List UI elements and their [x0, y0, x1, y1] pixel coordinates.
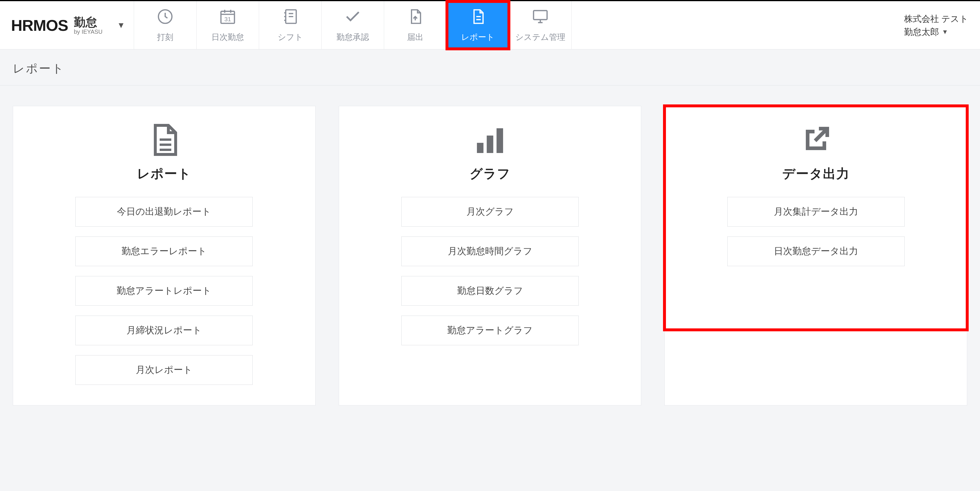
logo-sub-big: 勤怠	[74, 16, 103, 29]
page-title-wrap: レポート	[0, 49, 980, 86]
link-daily-data-export[interactable]: 日次勤怠データ出力	[727, 236, 905, 266]
card-links: 月次集計データ出力 日次勤怠データ出力	[676, 197, 955, 266]
card-links: 月次グラフ 月次勤怠時間グラフ 勤怠日数グラフ 勤怠アラートグラフ	[351, 197, 630, 345]
link-monthly-summary-export[interactable]: 月次集計データ出力	[727, 197, 905, 226]
bar-chart-icon	[473, 123, 508, 159]
clock-icon	[156, 8, 174, 28]
nav-label: 日次勤怠	[212, 32, 244, 43]
svg-text:31: 31	[224, 16, 231, 22]
nav-item-approval[interactable]: 勤怠承認	[321, 1, 384, 49]
file-icon	[469, 8, 487, 28]
logo-text: HRMOS	[11, 16, 68, 34]
nav: 打刻 31 日次勤怠 シフト 勤怠承認 届出	[134, 1, 892, 49]
card-report: レポート 今日の出退勤レポート 勤怠エラーレポート 勤怠アラートレポート 月締状…	[13, 106, 315, 405]
logo-sub: 勤怠 by IEYASU	[74, 16, 103, 35]
user-company: 株式会社 テスト	[904, 12, 968, 25]
calendar-icon: 31	[219, 8, 237, 28]
card-export: データ出力 月次集計データ出力 日次勤怠データ出力	[665, 106, 967, 405]
cards-row: レポート 今日の出退勤レポート 勤怠エラーレポート 勤怠アラートレポート 月締状…	[0, 86, 980, 426]
page-title: レポート	[13, 61, 967, 77]
check-icon	[344, 8, 362, 28]
svg-rect-4	[534, 11, 547, 19]
user-name: 勤怠太郎	[904, 25, 939, 38]
link-monthly-time-graph[interactable]: 月次勤怠時間グラフ	[401, 236, 579, 266]
link-error-report[interactable]: 勤怠エラーレポート	[75, 236, 253, 266]
nav-item-request[interactable]: 届出	[384, 1, 447, 49]
link-monthly-report[interactable]: 月次レポート	[75, 355, 253, 385]
logo-block[interactable]: HRMOS 勤怠 by IEYASU ▼	[0, 1, 134, 49]
nav-label: 打刻	[157, 32, 173, 43]
nav-spacer	[572, 1, 892, 49]
notebook-icon	[281, 8, 299, 28]
file-up-icon	[406, 8, 424, 28]
nav-item-clock[interactable]: 打刻	[134, 1, 197, 49]
nav-label: システム管理	[515, 32, 565, 43]
card-title: グラフ	[469, 165, 511, 182]
nav-label: 届出	[407, 32, 423, 43]
logo-sub-small: by IEYASU	[74, 29, 103, 35]
nav-item-shift[interactable]: シフト	[259, 1, 321, 49]
card-graph: グラフ 月次グラフ 月次勤怠時間グラフ 勤怠日数グラフ 勤怠アラートグラフ	[339, 106, 641, 405]
link-days-graph[interactable]: 勤怠日数グラフ	[401, 276, 579, 306]
link-alert-graph[interactable]: 勤怠アラートグラフ	[401, 316, 579, 345]
chevron-down-icon: ▼	[942, 27, 948, 37]
svg-rect-5	[160, 139, 171, 141]
nav-label: レポート	[461, 32, 495, 43]
logo-dropdown-caret-icon[interactable]: ▼	[117, 21, 125, 30]
card-title: レポート	[137, 165, 191, 182]
link-monthly-graph[interactable]: 月次グラフ	[401, 197, 579, 226]
monitor-icon	[531, 8, 549, 28]
header: HRMOS 勤怠 by IEYASU ▼ 打刻 31 日次勤怠 シフト	[0, 0, 980, 49]
nav-label: 勤怠承認	[336, 32, 369, 43]
svg-rect-7	[160, 149, 171, 151]
svg-rect-6	[160, 144, 171, 146]
card-title: データ出力	[782, 165, 850, 182]
nav-item-report[interactable]: レポート	[447, 1, 509, 49]
link-alert-report[interactable]: 勤怠アラートレポート	[75, 276, 253, 306]
nav-item-system[interactable]: システム管理	[509, 1, 572, 49]
nav-item-daily[interactable]: 31 日次勤怠	[197, 1, 259, 49]
svg-rect-10	[497, 128, 503, 153]
nav-label: シフト	[278, 32, 303, 43]
svg-rect-9	[487, 136, 493, 153]
link-today-attendance-report[interactable]: 今日の出退勤レポート	[75, 197, 253, 226]
document-icon	[146, 123, 181, 159]
export-icon	[799, 123, 834, 159]
link-monthly-close-report[interactable]: 月締状況レポート	[75, 316, 253, 345]
card-links: 今日の出退勤レポート 勤怠エラーレポート 勤怠アラートレポート 月締状況レポート…	[25, 197, 304, 385]
user-menu[interactable]: 株式会社 テスト 勤怠太郎 ▼	[892, 1, 980, 49]
svg-rect-8	[477, 143, 484, 153]
